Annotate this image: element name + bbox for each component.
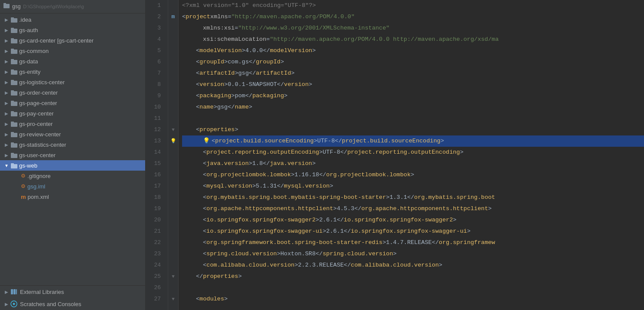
code-text: < <box>196 68 199 79</box>
code-line-19: <org.apache.httpcomponents.httpclient>4.… <box>182 203 644 214</box>
line-num-11: 11 <box>146 113 164 124</box>
gutter-26 <box>168 282 178 294</box>
gutter-11 <box>168 113 178 124</box>
sidebar-item-gs-statistics-center[interactable]: gs-statistics-center <box>0 139 145 150</box>
gutter-4 <box>168 34 178 45</box>
folder-icon <box>10 26 17 33</box>
code-text: < <box>203 214 206 226</box>
sidebar-item-gs-common[interactable]: gs-common <box>0 46 145 56</box>
code-text: < <box>196 79 199 90</box>
svg-rect-1 <box>3 3 6 4</box>
sidebar-item-gs-auth[interactable]: gs-auth <box>0 25 145 35</box>
arrow-icon <box>3 121 10 127</box>
sidebar-item-gs-data[interactable]: gs-data <box>0 56 145 66</box>
code-editor[interactable]: 1 2 3 4 5 6 7 8 9 10 11 12 13 14 15 16 1… <box>146 0 644 310</box>
line-num-13: 13 <box>146 135 164 147</box>
line-num-5: 5 <box>146 45 164 56</box>
sidebar-item-label: gs-pro-center <box>19 121 53 127</box>
sidebar-item-gs-order-center[interactable]: gs-order-center <box>0 87 145 98</box>
gutter-16 <box>168 169 178 181</box>
svg-rect-0 <box>3 4 10 8</box>
code-line-17: <mysql.version>5.1.31</mysql.version> <box>182 181 644 192</box>
sidebar-item-label: gs-statistics-center <box>19 142 66 148</box>
line-num-6: 6 <box>146 56 164 68</box>
gutter-1 <box>168 0 178 11</box>
sidebar-item-gs-web[interactable]: gs-web <box>0 160 145 171</box>
code-line-11 <box>182 113 644 124</box>
sidebar-item-external-libraries[interactable]: External Libraries <box>0 286 145 298</box>
folder-icon <box>10 37 17 44</box>
code-line-10: <name>gsg</name> <box>182 102 644 113</box>
gutter-25[interactable]: ▼ <box>168 271 178 282</box>
sidebar-item-label: Scratches and Consoles <box>20 301 81 307</box>
svg-rect-32 <box>11 289 13 294</box>
code-line-16: <org.projectlombok.lombok>1.16.18</org.p… <box>182 169 644 181</box>
sidebar-item-gs-pro-center[interactable]: gs-pro-center <box>0 119 145 129</box>
sidebar-item-gs-card-center[interactable]: gs-card-center [gs-cart-center <box>0 35 145 46</box>
gutter-18 <box>168 192 178 203</box>
arrow-icon <box>3 79 10 85</box>
bulb-icon: 💡 <box>203 135 210 147</box>
sidebar-item-label: External Libraries <box>20 289 64 295</box>
svg-rect-6 <box>11 39 17 43</box>
line-num-3: 3 <box>146 23 164 34</box>
sidebar-item-label: gs-entity <box>19 69 40 75</box>
code-line-23: <spring.cloud.version>Hoxton.SR8</spring… <box>182 248 644 260</box>
gutter-12[interactable]: ▼ <box>168 124 178 135</box>
folder-icon <box>10 152 17 158</box>
code-line-6: <groupId>com.gs</groupId> <box>182 56 644 68</box>
code-text: < <box>203 169 206 181</box>
folder-icon <box>10 110 17 117</box>
svg-rect-19 <box>11 101 14 102</box>
gutter-5 <box>168 45 178 56</box>
sidebar-item-gs-entity[interactable]: gs-entity <box>0 66 145 77</box>
svg-rect-4 <box>11 29 17 33</box>
svg-rect-34 <box>16 289 17 294</box>
code-line-18: <org.mybatis.spring.boot.mybatis-spring-… <box>182 192 644 203</box>
sidebar-item-idea[interactable]: .idea <box>0 14 145 25</box>
line-num-17: 17 <box>146 181 164 192</box>
gutter-2[interactable]: m <box>168 11 178 23</box>
arrow-icon <box>3 131 10 137</box>
folder-icon <box>3 3 10 10</box>
code-content[interactable]: <?xml version="1.0" encoding="UTF-8"?> <… <box>179 0 644 310</box>
svg-rect-15 <box>11 80 14 81</box>
sidebar-item-gs-pay-center[interactable]: gs-pay-center <box>0 108 145 119</box>
code-line-13: 💡 <project.build.sourceEncoding>UTF-8</p… <box>182 135 644 147</box>
gutter-27[interactable]: ▼ <box>168 294 178 305</box>
code-line-26 <box>182 282 644 294</box>
sidebar-item-gs-page-center[interactable]: gs-page-center <box>0 98 145 108</box>
code-text: < <box>203 181 206 192</box>
gutter-13: 💡 <box>168 135 178 147</box>
svg-rect-17 <box>11 90 14 92</box>
line-num-2: 2 <box>146 11 164 23</box>
sidebar-header: gsg D:\GShopper\gitWorkplace\g <box>0 0 145 13</box>
line-num-10: 10 <box>146 102 164 113</box>
sidebar-item-gs-review-center[interactable]: gs-review-center <box>0 129 145 139</box>
gutter-7 <box>168 68 178 79</box>
code-line-20: <io.springfox.springfox-swagger2>2.6.1</… <box>182 214 644 226</box>
sidebar-item-gs-user-center[interactable]: gs-user-center <box>0 150 145 160</box>
sidebar-item-label: gs-web <box>19 162 37 169</box>
code-line-27: <modules> <box>182 294 644 305</box>
gutter-23 <box>168 248 178 260</box>
gutter-19 <box>168 203 178 214</box>
sidebar-item-gsg-iml[interactable]: ⚙ gsg.iml <box>0 181 145 191</box>
gutter-17 <box>168 181 178 192</box>
code-text: < <box>196 90 199 102</box>
sidebar-item-gs-logistics-center[interactable]: gs-logistics-center <box>0 77 145 87</box>
svg-rect-22 <box>11 122 17 127</box>
code-text: xmlns:xsi <box>203 23 235 34</box>
code-line-5: <modelVersion>4.0.0</modelVersion> <box>182 45 644 56</box>
line-num-25: 25 <box>146 271 164 282</box>
folder-icon <box>10 47 17 54</box>
sidebar-item-scratches[interactable]: Scratches and Consoles <box>0 298 145 310</box>
code-text: < <box>196 294 199 305</box>
sidebar-item-label: gs-card-center [gs-cart-center <box>19 37 93 44</box>
arrow-icon <box>3 301 10 307</box>
svg-rect-18 <box>11 102 17 106</box>
sidebar-item-gitignore[interactable]: ⚙ .gitignore <box>0 171 145 181</box>
svg-rect-12 <box>11 70 17 75</box>
sidebar-item-pom-xml[interactable]: m pom.xml <box>0 191 145 202</box>
code-text: <?xml version="1.0" encoding="UTF-8"?> <box>182 0 316 11</box>
